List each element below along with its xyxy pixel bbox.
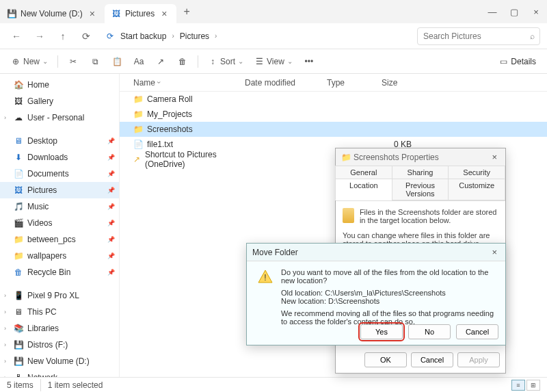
sidebar-item-network[interactable]: ›🖧Network — [0, 369, 119, 377]
sidebar-item-libraries[interactable]: ›📚Libraries — [0, 320, 119, 337]
back-button[interactable]: ← — [7, 27, 26, 46]
close-window-button[interactable]: × — [525, 7, 547, 17]
tab-label: New Volume (D:) — [21, 9, 83, 18]
breadcrumb[interactable]: ⟳ Start backup › Pictures › — [100, 30, 222, 42]
sidebar: 🏠Home🖼Gallery›☁User - Personal🖥Desktop📌⬇… — [0, 74, 120, 377]
close-icon[interactable]: × — [87, 8, 98, 19]
tab-new-volume[interactable]: 💾 New Volume (D:) × — [0, 4, 105, 23]
refresh-button[interactable]: ⟳ — [77, 27, 96, 46]
scissors-icon: ✂ — [68, 57, 78, 66]
details-view-button[interactable]: ≡ — [511, 380, 525, 391]
file-row[interactable]: 📁Camera Roll — [120, 92, 547, 107]
crumb-pictures[interactable]: Pictures — [177, 30, 212, 42]
chevron-right-icon[interactable]: › — [4, 325, 6, 332]
ok-button[interactable]: OK — [364, 352, 407, 367]
chevron-right-icon[interactable]: › — [4, 374, 6, 377]
search-input[interactable] — [423, 31, 526, 41]
file-icon: ↗ — [133, 155, 141, 164]
col-date[interactable]: Date modified — [239, 78, 321, 88]
chevron-right-icon[interactable]: › — [4, 114, 6, 121]
close-icon[interactable]: × — [159, 8, 170, 19]
copy-icon: ⧉ — [90, 57, 100, 66]
sidebar-item-recycle-bin[interactable]: 🗑Recycle Bin📌 — [0, 264, 119, 280]
sidebar-item-music[interactable]: 🎵Music📌 — [0, 198, 119, 215]
crumb-start-backup[interactable]: Start backup — [118, 30, 169, 42]
tab-location[interactable]: Location — [335, 179, 392, 200]
sidebar-item-downloads[interactable]: ⬇Downloads📌 — [0, 149, 119, 166]
search-icon: ⌕ — [530, 31, 535, 41]
share-icon: ↗ — [156, 57, 165, 66]
file-row[interactable]: 📁My_Projects — [120, 107, 547, 122]
tab-label: Pictures — [125, 9, 155, 18]
sidebar-item-label: Distros (F:) — [27, 340, 68, 350]
sidebar-item-pixel-9-pro-xl[interactable]: ›📱Pixel 9 Pro XL — [0, 287, 119, 304]
copy-button[interactable]: ⧉ — [85, 53, 105, 70]
item-icon: 🖼 — [14, 185, 23, 195]
col-name[interactable]: Name › — [120, 78, 239, 88]
new-location: New location: D:\Screenshots — [281, 297, 496, 305]
search-box[interactable]: ⌕ — [417, 27, 540, 45]
dialog-title-bar[interactable]: 📁 Screenshots Properties × — [336, 148, 505, 166]
col-size[interactable]: Size — [376, 78, 417, 88]
sidebar-item-home[interactable]: 🏠Home — [0, 77, 119, 93]
main-area: 🏠Home🖼Gallery›☁User - Personal🖥Desktop📌⬇… — [0, 74, 547, 377]
chevron-down-icon: ⌄ — [42, 57, 48, 65]
no-button[interactable]: No — [408, 324, 451, 339]
tab-customize[interactable]: Customize — [448, 179, 505, 200]
chevron-right-icon[interactable]: › — [4, 358, 6, 365]
chevron-right-icon[interactable]: › — [4, 309, 6, 315]
sort-button[interactable]: ↕ Sort ⌄ — [204, 53, 248, 70]
minimize-button[interactable]: — — [481, 7, 503, 17]
column-headers: Name › Date modified Type Size — [120, 74, 547, 92]
view-toggle: ≡ ⊞ — [511, 380, 540, 391]
clipboard-icon: 📋 — [112, 57, 122, 66]
view-button[interactable]: ☰ View ⌄ — [250, 53, 297, 70]
file-row[interactable]: 📁Screenshots — [120, 122, 547, 137]
delete-button[interactable]: 🗑 — [173, 53, 192, 70]
chevron-right-icon[interactable]: › — [4, 292, 6, 299]
details-button[interactable]: ▭ Details — [494, 57, 540, 66]
close-icon[interactable]: × — [489, 247, 500, 257]
apply-button[interactable]: Apply — [457, 352, 500, 367]
rename-button[interactable]: Aa — [129, 53, 148, 70]
warning-icon: ! — [256, 268, 274, 286]
tab-security[interactable]: Security — [448, 166, 505, 179]
paste-button[interactable]: 📋 — [107, 53, 126, 70]
more-button[interactable]: ••• — [299, 53, 319, 70]
file-icon: 📁 — [133, 94, 143, 104]
share-button[interactable]: ↗ — [151, 53, 170, 70]
sidebar-item-this-pc[interactable]: ›🖥This PC — [0, 304, 119, 320]
new-tab-button[interactable]: + — [176, 5, 196, 18]
sidebar-item-gallery[interactable]: 🖼Gallery — [0, 93, 119, 109]
pin-icon: 📌 — [107, 236, 115, 243]
tab-previous-versions[interactable]: Previous Versions — [392, 179, 449, 200]
sidebar-item-pictures[interactable]: 🖼Pictures📌 — [0, 182, 119, 198]
maximize-button[interactable]: ▢ — [503, 7, 525, 17]
sidebar-item-between-pcs[interactable]: 📁between_pcs📌 — [0, 231, 119, 248]
sidebar-item-label: New Volume (D:) — [27, 356, 90, 366]
cancel-button[interactable]: Cancel — [456, 324, 498, 339]
tab-general[interactable]: General — [335, 166, 392, 179]
dialog-title-bar[interactable]: Move Folder × — [247, 244, 505, 261]
sidebar-item-label: This PC — [27, 307, 57, 317]
new-button[interactable]: ⊕ New ⌄ — [7, 53, 52, 70]
thumbnails-view-button[interactable]: ⊞ — [526, 380, 540, 391]
sidebar-item-new-volume-d-[interactable]: ›💾New Volume (D:) — [0, 353, 119, 369]
close-icon[interactable]: × — [489, 152, 500, 162]
forward-button[interactable]: → — [30, 27, 49, 46]
sidebar-item-documents[interactable]: 📄Documents📌 — [0, 166, 119, 182]
cut-button[interactable]: ✂ — [64, 53, 83, 70]
col-type[interactable]: Type — [321, 78, 376, 88]
window-controls: — ▢ × — [481, 7, 547, 17]
cancel-button[interactable]: Cancel — [411, 352, 453, 367]
tab-sharing[interactable]: Sharing — [392, 166, 449, 179]
sidebar-item-distros-f-[interactable]: ›💾Distros (F:) — [0, 337, 119, 353]
sidebar-item-wallpapers[interactable]: 📁wallpapers📌 — [0, 248, 119, 264]
sidebar-item-videos[interactable]: 🎬Videos📌 — [0, 215, 119, 231]
yes-button[interactable]: Yes — [360, 324, 403, 339]
sidebar-item-user-personal[interactable]: ›☁User - Personal — [0, 109, 119, 126]
tab-pictures[interactable]: 🖼 Pictures × — [105, 4, 177, 23]
sidebar-item-desktop[interactable]: 🖥Desktop📌 — [0, 133, 119, 149]
chevron-right-icon[interactable]: › — [4, 341, 6, 348]
up-button[interactable]: ↑ — [53, 27, 72, 46]
